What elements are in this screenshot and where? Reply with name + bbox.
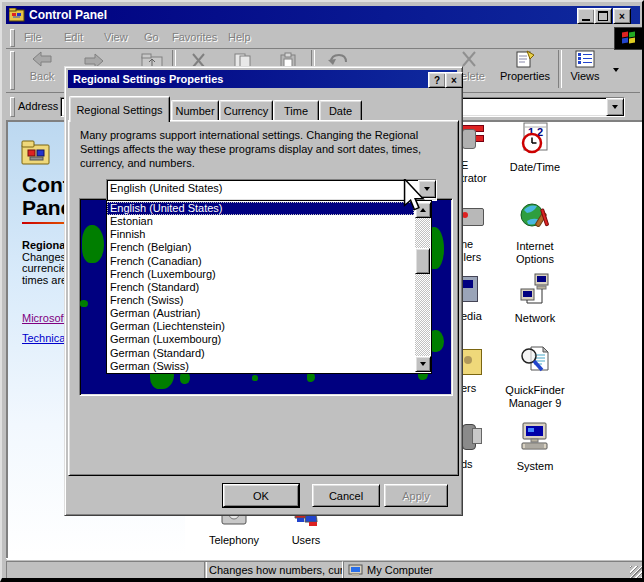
- combobox-value: English (United States): [110, 182, 223, 194]
- icon-label: Telephony: [199, 534, 269, 547]
- resize-grip[interactable]: [630, 566, 642, 578]
- close-icon: ×: [451, 75, 457, 86]
- list-item[interactable]: Finnish: [107, 228, 414, 241]
- control-panel-folder-icon: [9, 8, 25, 22]
- icon-label: System: [500, 460, 570, 473]
- views-button[interactable]: Views: [562, 50, 608, 90]
- my-computer-icon: [348, 564, 364, 577]
- control-panel-big-folder-icon: [21, 138, 51, 168]
- list-item[interactable]: French (Belgian): [107, 241, 414, 254]
- icon-fragment-label: edia: [461, 310, 482, 323]
- icon-internet-options[interactable]: Internet Options: [500, 200, 570, 266]
- list-item[interactable]: French (Canadian): [107, 255, 414, 268]
- back-button[interactable]: Back: [16, 50, 68, 90]
- list-item[interactable]: French (Luxembourg): [107, 268, 414, 281]
- close-icon: ×: [619, 11, 625, 22]
- properties-button[interactable]: Properties: [496, 50, 554, 90]
- apply-button[interactable]: Apply: [384, 484, 448, 507]
- minimize-icon: [582, 19, 590, 21]
- scroll-down-button[interactable]: [415, 356, 431, 372]
- icon-fragment-label: Etrator: [461, 159, 487, 185]
- list-item[interactable]: German (Liechtenstein): [107, 320, 414, 333]
- icon-fragment-label: ers: [461, 382, 476, 395]
- menu-help[interactable]: Help: [228, 31, 251, 43]
- back-label: Back: [16, 70, 68, 82]
- address-label: Address: [18, 100, 58, 112]
- webview-link-microsoft[interactable]: Microsoft: [22, 312, 67, 324]
- list-item[interactable]: German (Standard): [107, 347, 414, 360]
- list-item[interactable]: Estonian: [107, 215, 414, 228]
- list-item[interactable]: English (United States): [107, 202, 414, 215]
- tab-date[interactable]: Date: [319, 100, 362, 122]
- regional-settings-dialog: Regional Settings Properties ? × Regiona…: [64, 66, 463, 516]
- properties-icon: [513, 50, 537, 68]
- addressbar-grip[interactable]: [10, 97, 15, 117]
- menubar-grip[interactable]: [10, 29, 15, 47]
- menu-view[interactable]: View: [104, 31, 128, 43]
- language-dropdown-list[interactable]: English (United States) Estonian Finnish…: [106, 200, 432, 374]
- dialog-help-button[interactable]: ?: [428, 72, 446, 88]
- internet-options-icon: [518, 200, 552, 234]
- list-item[interactable]: French (Standard): [107, 281, 414, 294]
- network-icon: [518, 272, 552, 306]
- tab-time[interactable]: Time: [273, 100, 319, 122]
- icon-label-line2: Manager 9: [500, 397, 570, 410]
- tab-regional-settings[interactable]: Regional Settings: [69, 96, 170, 122]
- maximize-button[interactable]: [594, 8, 612, 24]
- icon-fragment-label: nellers: [461, 238, 481, 264]
- scroll-down-icon: [420, 362, 426, 366]
- icon-label: Internet: [500, 240, 570, 253]
- status-panel-left: [6, 561, 207, 580]
- list-item[interactable]: German (Luxembourg): [107, 333, 414, 346]
- quickfinder-icon: [518, 344, 552, 378]
- help-icon: ?: [434, 75, 440, 86]
- status-zone-panel: My Computer: [343, 561, 644, 580]
- language-combobox[interactable]: English (United States): [106, 179, 437, 201]
- toolbar-grip[interactable]: [10, 51, 15, 90]
- ok-button[interactable]: OK: [223, 484, 299, 507]
- mouse-cursor-icon: [402, 179, 426, 213]
- webview-link-technical[interactable]: Technical: [22, 332, 68, 344]
- dropdown-arrow-icon: [612, 105, 618, 109]
- list-item[interactable]: French (Swiss): [107, 294, 414, 307]
- back-arrow-icon: [30, 50, 54, 68]
- window-titlebar[interactable]: Control Panel ×: [6, 6, 640, 24]
- dialog-close-button[interactable]: ×: [445, 72, 463, 88]
- tab-number[interactable]: Number: [171, 100, 219, 122]
- tab-currency[interactable]: Currency: [219, 100, 273, 122]
- icon-label: Date/Time: [500, 161, 570, 174]
- status-hint: Changes how numbers, currencies, d: [204, 561, 343, 580]
- control-panel-window: Control Panel × File Edit View Go Favori…: [0, 0, 644, 582]
- system-icon: [518, 420, 552, 454]
- views-dropdown-chevron-icon[interactable]: [613, 68, 619, 72]
- list-item[interactable]: German (Swiss): [107, 360, 414, 373]
- properties-label: Properties: [496, 70, 554, 82]
- status-bar: Changes how numbers, currencies, d My Co…: [6, 558, 640, 581]
- icon-label: QuickFinder: [500, 384, 570, 397]
- icon-label-line2: Options: [500, 253, 570, 266]
- close-button[interactable]: ×: [613, 8, 631, 24]
- list-item[interactable]: German (Austrian): [107, 307, 414, 320]
- scrollbar-thumb[interactable]: [415, 248, 430, 274]
- menu-favorites[interactable]: Favorites: [172, 31, 217, 43]
- status-zone-label: My Computer: [367, 562, 433, 578]
- icon-network[interactable]: Network: [500, 272, 570, 325]
- menu-go[interactable]: Go: [144, 31, 159, 43]
- menu-edit[interactable]: Edit: [64, 31, 83, 43]
- cancel-button[interactable]: Cancel: [312, 484, 380, 507]
- menu-file[interactable]: File: [24, 31, 42, 43]
- list-scrollbar[interactable]: [415, 202, 430, 370]
- views-label: Views: [562, 70, 608, 82]
- minimize-button[interactable]: [577, 8, 595, 24]
- dialog-title: Regional Settings Properties: [73, 73, 223, 85]
- window-title: Control Panel: [29, 8, 107, 22]
- dialog-titlebar[interactable]: Regional Settings Properties ? ×: [68, 70, 457, 88]
- address-dropdown-button[interactable]: [606, 98, 624, 116]
- dialog-description: Many programs support international sett…: [80, 128, 450, 170]
- icon-system[interactable]: System: [500, 420, 570, 473]
- views-icon: [572, 50, 598, 68]
- icon-date-time[interactable]: 1 2 Date/Time: [500, 121, 570, 174]
- map-landmass: [82, 225, 104, 263]
- icon-quickfinder[interactable]: QuickFinder Manager 9: [500, 344, 570, 410]
- maximize-icon: [598, 11, 608, 21]
